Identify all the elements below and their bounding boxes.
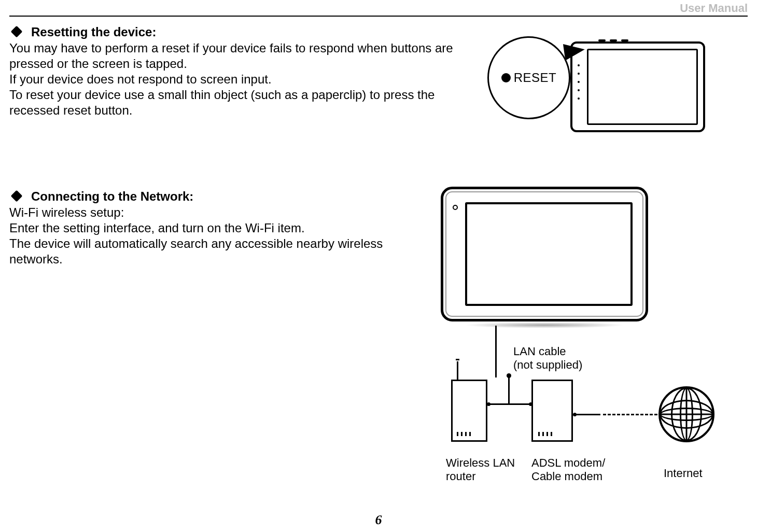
section-heading: Resetting the device:	[31, 25, 156, 39]
section-resetting: Resetting the device: You may have to pe…	[9, 25, 476, 118]
diamond-bullet-icon	[11, 190, 23, 202]
figure-reset-device: RESET	[487, 36, 705, 140]
lan-cable-lead-icon	[508, 375, 510, 404]
caption-modem-line2: Cable modem	[531, 470, 605, 483]
paragraph: To reset your device use a small thin ob…	[9, 87, 476, 118]
paragraph: If your device does not respond to scree…	[9, 72, 476, 87]
caption-router: Wireless LAN router	[446, 456, 515, 484]
router-icon	[451, 380, 487, 442]
lan-cable-label: LAN cable (not supplied)	[513, 345, 582, 372]
page-number: 6	[375, 512, 382, 528]
modem-icon	[531, 380, 573, 442]
lan-cable-icon	[488, 403, 531, 405]
paragraph: The device will automatically search any…	[9, 236, 424, 267]
diamond-bullet-icon	[11, 26, 23, 38]
header-divider	[9, 16, 748, 17]
caption-modem-line1: ADSL modem/	[531, 456, 605, 470]
internet-globe-icon	[658, 386, 714, 442]
caption-modem: ADSL modem/ Cable modem	[531, 456, 605, 484]
internet-cable-icon	[574, 414, 657, 415]
paragraph: Wi-Fi wireless setup:	[9, 205, 424, 220]
caption-internet: Internet	[664, 467, 703, 480]
cable-joint-dot-icon	[507, 373, 511, 378]
caption-router-line1: Wireless LAN	[446, 456, 515, 470]
section-network: Connecting to the Network: Wi-Fi wireles…	[9, 189, 424, 267]
section-heading-row: Connecting to the Network:	[9, 189, 424, 204]
section-heading: Connecting to the Network:	[31, 189, 193, 204]
lan-label-line1: LAN cable	[513, 345, 582, 358]
callout-circle: RESET	[487, 36, 570, 119]
reset-button-dot-icon	[501, 73, 511, 82]
figure-network-diagram: LAN cable (not supplied) Wireless LAN ro…	[441, 187, 731, 461]
tablet-front-icon	[441, 187, 648, 321]
paragraph: You may have to perform a reset if your …	[9, 40, 476, 72]
wireless-link-line-icon	[495, 326, 497, 377]
paragraph: Enter the setting interface, and turn on…	[9, 220, 424, 236]
tablet-back-icon	[570, 41, 705, 132]
callout-arrow-icon	[563, 41, 586, 60]
header-title: User Manual	[680, 2, 748, 15]
caption-router-line2: router	[446, 470, 515, 483]
section-heading-row: Resetting the device:	[9, 25, 476, 39]
lan-label-line2: (not supplied)	[513, 358, 582, 372]
reset-label: RESET	[514, 71, 557, 85]
